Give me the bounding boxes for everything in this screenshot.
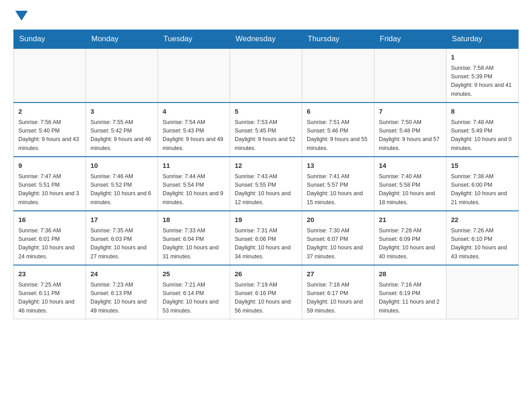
day-info: Sunrise: 7:31 AMSunset: 6:06 PMDaylight:…: [235, 227, 297, 261]
day-info: Sunrise: 7:19 AMSunset: 6:16 PMDaylight:…: [235, 281, 297, 316]
calendar-table: SundayMondayTuesdayWednesdayThursdayFrid…: [13, 30, 519, 319]
day-number: 4: [163, 107, 225, 117]
day-info: Sunrise: 7:53 AMSunset: 5:45 PMDaylight:…: [235, 118, 297, 153]
day-number: 19: [235, 215, 297, 225]
calendar-header-row: SundayMondayTuesdayWednesdayThursdayFrid…: [14, 30, 519, 49]
day-header-wednesday: Wednesday: [230, 30, 302, 49]
day-info: Sunrise: 7:43 AMSunset: 5:55 PMDaylight:…: [235, 172, 297, 207]
day-number: 2: [18, 107, 81, 117]
calendar-cell: 19Sunrise: 7:31 AMSunset: 6:06 PMDayligh…: [230, 211, 302, 265]
day-number: 13: [307, 161, 369, 171]
day-info: Sunrise: 7:51 AMSunset: 5:46 PMDaylight:…: [307, 118, 369, 153]
day-number: 8: [451, 107, 514, 117]
day-info: Sunrise: 7:28 AMSunset: 6:09 PMDaylight:…: [379, 227, 442, 261]
day-number: 16: [18, 215, 81, 225]
day-header-sunday: Sunday: [14, 30, 86, 49]
day-info: Sunrise: 7:41 AMSunset: 5:57 PMDaylight:…: [307, 172, 369, 207]
logo-triangle-icon: [15, 11, 28, 21]
calendar-cell: 28Sunrise: 7:16 AMSunset: 6:19 PMDayligh…: [374, 265, 446, 319]
calendar-cell: 10Sunrise: 7:46 AMSunset: 5:52 PMDayligh…: [86, 157, 158, 211]
day-info: Sunrise: 7:58 AMSunset: 5:39 PMDaylight:…: [451, 64, 514, 99]
day-number: 6: [307, 107, 369, 117]
day-info: Sunrise: 7:54 AMSunset: 5:43 PMDaylight:…: [163, 118, 225, 153]
calendar-cell: 8Sunrise: 7:48 AMSunset: 5:49 PMDaylight…: [446, 103, 519, 157]
day-number: 24: [90, 269, 153, 279]
day-number: 23: [18, 269, 81, 279]
calendar-cell: 13Sunrise: 7:41 AMSunset: 5:57 PMDayligh…: [302, 157, 374, 211]
day-info: Sunrise: 7:21 AMSunset: 6:14 PMDaylight:…: [163, 281, 225, 316]
calendar-cell: 1Sunrise: 7:58 AMSunset: 5:39 PMDaylight…: [446, 48, 519, 103]
day-info: Sunrise: 7:38 AMSunset: 6:00 PMDaylight:…: [451, 172, 514, 207]
calendar-cell: [446, 265, 519, 319]
day-info: Sunrise: 7:36 AMSunset: 6:01 PMDaylight:…: [18, 227, 81, 261]
week-row-5: 23Sunrise: 7:25 AMSunset: 6:11 PMDayligh…: [14, 265, 519, 319]
day-info: Sunrise: 7:48 AMSunset: 5:49 PMDaylight:…: [451, 118, 514, 153]
day-number: 14: [379, 161, 442, 171]
week-row-2: 2Sunrise: 7:56 AMSunset: 5:40 PMDaylight…: [14, 103, 519, 157]
day-info: Sunrise: 7:30 AMSunset: 6:07 PMDaylight:…: [307, 227, 369, 261]
week-row-1: 1Sunrise: 7:58 AMSunset: 5:39 PMDaylight…: [14, 48, 519, 103]
calendar-cell: 22Sunrise: 7:26 AMSunset: 6:10 PMDayligh…: [446, 211, 519, 265]
day-info: Sunrise: 7:26 AMSunset: 6:10 PMDaylight:…: [451, 227, 514, 261]
day-info: Sunrise: 7:33 AMSunset: 6:04 PMDaylight:…: [163, 227, 225, 261]
day-info: Sunrise: 7:23 AMSunset: 6:13 PMDaylight:…: [90, 281, 153, 316]
calendar-cell: [374, 48, 446, 103]
logo: [13, 9, 28, 21]
calendar-cell: 7Sunrise: 7:50 AMSunset: 5:48 PMDaylight…: [374, 103, 446, 157]
day-info: Sunrise: 7:35 AMSunset: 6:03 PMDaylight:…: [90, 227, 153, 261]
calendar-cell: 20Sunrise: 7:30 AMSunset: 6:07 PMDayligh…: [302, 211, 374, 265]
day-number: 28: [379, 269, 442, 279]
day-number: 27: [307, 269, 369, 279]
day-number: 26: [235, 269, 297, 279]
day-number: 18: [163, 215, 225, 225]
day-info: Sunrise: 7:47 AMSunset: 5:51 PMDaylight:…: [18, 172, 81, 207]
day-number: 5: [235, 107, 297, 117]
day-info: Sunrise: 7:16 AMSunset: 6:19 PMDaylight:…: [379, 281, 442, 316]
day-info: Sunrise: 7:50 AMSunset: 5:48 PMDaylight:…: [379, 118, 442, 153]
calendar-cell: 17Sunrise: 7:35 AMSunset: 6:03 PMDayligh…: [86, 211, 158, 265]
calendar-cell: [230, 48, 302, 103]
calendar-cell: 3Sunrise: 7:55 AMSunset: 5:42 PMDaylight…: [86, 103, 158, 157]
calendar-cell: 14Sunrise: 7:40 AMSunset: 5:58 PMDayligh…: [374, 157, 446, 211]
day-header-thursday: Thursday: [302, 30, 374, 49]
day-info: Sunrise: 7:55 AMSunset: 5:42 PMDaylight:…: [90, 118, 153, 153]
calendar-cell: [14, 48, 86, 103]
week-row-4: 16Sunrise: 7:36 AMSunset: 6:01 PMDayligh…: [14, 211, 519, 265]
day-info: Sunrise: 7:44 AMSunset: 5:54 PMDaylight:…: [163, 172, 225, 207]
day-number: 10: [90, 161, 153, 171]
calendar-cell: [158, 48, 230, 103]
calendar-cell: 24Sunrise: 7:23 AMSunset: 6:13 PMDayligh…: [86, 265, 158, 319]
calendar-cell: 11Sunrise: 7:44 AMSunset: 5:54 PMDayligh…: [158, 157, 230, 211]
day-number: 21: [379, 215, 442, 225]
calendar-cell: 9Sunrise: 7:47 AMSunset: 5:51 PMDaylight…: [14, 157, 86, 211]
day-header-saturday: Saturday: [446, 30, 519, 49]
calendar-cell: [302, 48, 374, 103]
day-number: 25: [163, 269, 225, 279]
calendar-cell: 5Sunrise: 7:53 AMSunset: 5:45 PMDaylight…: [230, 103, 302, 157]
day-header-tuesday: Tuesday: [158, 30, 230, 49]
day-header-monday: Monday: [86, 30, 158, 49]
calendar-cell: 4Sunrise: 7:54 AMSunset: 5:43 PMDaylight…: [158, 103, 230, 157]
day-number: 9: [18, 161, 81, 171]
day-number: 15: [451, 161, 514, 171]
calendar-cell: 12Sunrise: 7:43 AMSunset: 5:55 PMDayligh…: [230, 157, 302, 211]
day-number: 12: [235, 161, 297, 171]
calendar-cell: 23Sunrise: 7:25 AMSunset: 6:11 PMDayligh…: [14, 265, 86, 319]
calendar-cell: 2Sunrise: 7:56 AMSunset: 5:40 PMDaylight…: [14, 103, 86, 157]
calendar-cell: 21Sunrise: 7:28 AMSunset: 6:09 PMDayligh…: [374, 211, 446, 265]
day-number: 7: [379, 107, 442, 117]
calendar-cell: [86, 48, 158, 103]
day-number: 11: [163, 161, 225, 171]
day-info: Sunrise: 7:40 AMSunset: 5:58 PMDaylight:…: [379, 172, 442, 207]
calendar-cell: 15Sunrise: 7:38 AMSunset: 6:00 PMDayligh…: [446, 157, 519, 211]
day-info: Sunrise: 7:25 AMSunset: 6:11 PMDaylight:…: [18, 281, 81, 316]
day-number: 20: [307, 215, 369, 225]
calendar-cell: 6Sunrise: 7:51 AMSunset: 5:46 PMDaylight…: [302, 103, 374, 157]
day-header-friday: Friday: [374, 30, 446, 49]
day-info: Sunrise: 7:18 AMSunset: 6:17 PMDaylight:…: [307, 281, 369, 316]
day-number: 22: [451, 215, 514, 225]
calendar-cell: 25Sunrise: 7:21 AMSunset: 6:14 PMDayligh…: [158, 265, 230, 319]
day-info: Sunrise: 7:46 AMSunset: 5:52 PMDaylight:…: [90, 172, 153, 207]
day-info: Sunrise: 7:56 AMSunset: 5:40 PMDaylight:…: [18, 118, 81, 153]
week-row-3: 9Sunrise: 7:47 AMSunset: 5:51 PMDaylight…: [14, 157, 519, 211]
